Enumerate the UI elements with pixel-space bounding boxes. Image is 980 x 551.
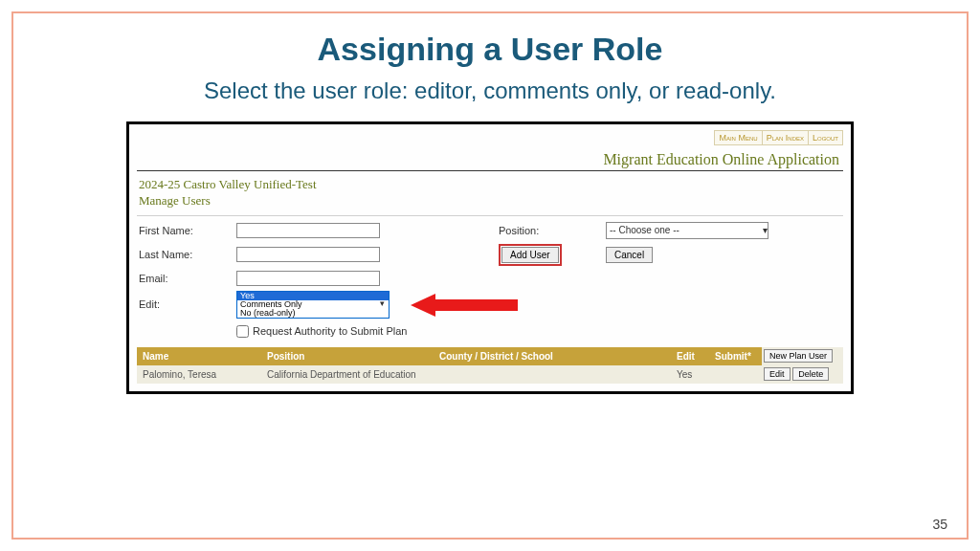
chevron-down-icon: ▾ [380, 298, 385, 308]
cell-cds [434, 365, 671, 384]
last-name-label: Last Name: [139, 249, 225, 260]
app-title: Migrant Education Online Application [137, 149, 843, 171]
last-name-input[interactable] [236, 247, 380, 262]
edit-role-dropdown[interactable]: Yes Comments Only No (read-only) [236, 291, 390, 319]
col-new-plan: New Plan User [762, 347, 843, 365]
position-label: Position: [499, 225, 594, 236]
col-position: Position [261, 347, 434, 365]
first-name-input[interactable] [236, 223, 380, 238]
col-edit: Edit [671, 347, 709, 365]
add-user-highlight: Add User [499, 244, 562, 266]
table-row: Palomino, Teresa California Department o… [137, 365, 843, 384]
cell-name: Palomino, Teresa [137, 365, 261, 384]
nav-plan-index[interactable]: Plan Index [762, 130, 809, 145]
cell-submit [709, 365, 762, 384]
position-select[interactable]: -- Choose one --▾ [606, 222, 768, 239]
user-form: First Name: Position: -- Choose one --▾ … [137, 222, 843, 338]
page-number: 35 [932, 517, 947, 532]
request-authority-checkbox[interactable] [236, 325, 249, 338]
new-plan-user-button[interactable]: New Plan User [764, 349, 833, 363]
col-name: Name [137, 347, 261, 365]
users-table: Name Position County / District / School… [137, 347, 843, 384]
first-name-label: First Name: [139, 225, 225, 236]
slide-title: Assigning a User Role [42, 31, 938, 68]
divider [137, 215, 843, 216]
col-submit: Submit* [709, 347, 762, 365]
edit-option-readonly[interactable]: No (read-only) [237, 309, 389, 318]
context-page: Manage Users [139, 193, 841, 209]
edit-label: Edit: [139, 298, 225, 310]
request-authority-label: Request Authority to Submit Plan [253, 325, 407, 337]
nav-main-menu[interactable]: Main Menu [714, 130, 762, 145]
email-input[interactable] [236, 271, 380, 286]
email-label: Email: [139, 273, 225, 284]
row-edit-button[interactable]: Edit [764, 367, 791, 381]
nav-logout[interactable]: Logout [808, 130, 843, 145]
context-block: 2024-25 Castro Valley Unified-Test Manag… [137, 171, 843, 213]
cell-edit: Yes [671, 365, 709, 384]
slide-subtitle: Select the user role: editor, comments o… [42, 77, 938, 104]
top-nav: Main MenuPlan IndexLogout [137, 128, 843, 149]
add-user-button[interactable]: Add User [501, 247, 559, 263]
callout-arrow-icon [411, 297, 516, 314]
app-screenshot: Main MenuPlan IndexLogout Migrant Educat… [126, 121, 854, 394]
row-delete-button[interactable]: Delete [792, 367, 829, 381]
col-cds: County / District / School [434, 347, 671, 365]
cancel-button[interactable]: Cancel [606, 247, 653, 263]
context-year-district: 2024-25 Castro Valley Unified-Test [139, 177, 841, 193]
cell-position: California Department of Education [261, 365, 434, 384]
